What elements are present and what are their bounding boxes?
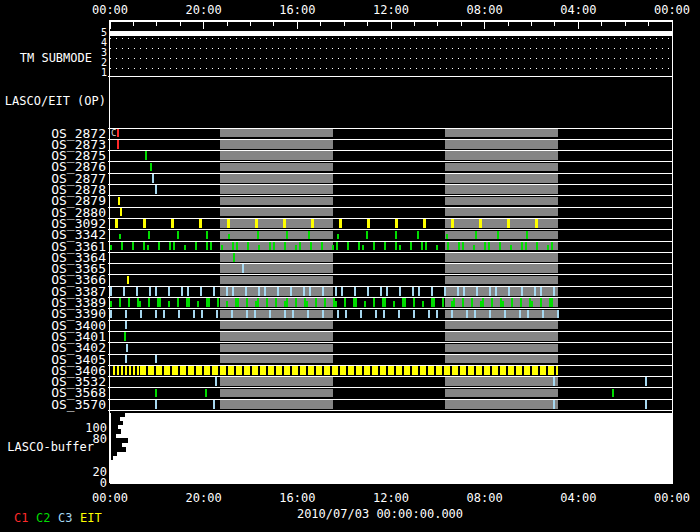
event-mark-c2: [228, 234, 230, 240]
shaded-band-segment: [220, 140, 333, 149]
event-mark-eit: [143, 219, 146, 228]
event-mark-c2: [417, 231, 419, 240]
time-tick: [273, 22, 274, 26]
event-mark-c3: [155, 310, 157, 319]
event-mark-c2: [442, 298, 444, 307]
event-mark-c3: [277, 287, 279, 296]
event-mark-c2: [159, 298, 161, 307]
event-mark-c3: [337, 310, 339, 319]
event-mark-c2: [462, 298, 464, 307]
event-mark-c2: [269, 242, 271, 251]
event-mark-c3: [383, 310, 385, 319]
tm-submode-level-label: 2: [0, 58, 107, 68]
event-mark-c3: [476, 287, 478, 296]
row-border-line: [108, 263, 673, 264]
event-mark-c3: [307, 310, 309, 319]
event-mark-c3: [367, 287, 369, 296]
event-mark-c2: [128, 298, 130, 307]
row-border-line: [108, 128, 673, 129]
time-tick: [508, 22, 509, 26]
shaded-band-segment: [445, 208, 558, 217]
shaded-band-segment: [220, 400, 333, 409]
event-mark-c2: [347, 242, 349, 251]
event-mark-c3: [322, 310, 324, 319]
row-border-line: [108, 320, 673, 321]
event-mark-c2: [273, 242, 275, 251]
event-mark-c2: [497, 231, 499, 240]
time-label-top: 20:00: [184, 3, 224, 17]
event-mark-c2: [511, 298, 513, 307]
event-mark-c2: [275, 298, 277, 307]
shaded-band-segment: [220, 344, 333, 353]
row-border-line: [108, 184, 673, 185]
event-mark-c2: [286, 231, 288, 240]
event-mark-c2: [373, 242, 375, 251]
event-mark-c2: [195, 242, 197, 251]
event-mark-c2: [526, 231, 528, 240]
shaded-band-segment: [220, 185, 333, 194]
event-mark-c3: [110, 310, 112, 319]
row-border-line: [108, 139, 673, 140]
shaded-band-segment: [445, 264, 558, 273]
event-mark-c3: [335, 287, 337, 296]
event-mark-c2: [525, 242, 527, 251]
event-mark-c2: [521, 242, 523, 251]
event-mark-c3: [155, 287, 157, 296]
event-mark-c2: [119, 234, 121, 240]
shaded-band-segment: [445, 197, 558, 206]
shaded-band-segment: [445, 129, 558, 138]
event-mark-c2: [425, 242, 427, 251]
event-mark-c3: [284, 310, 286, 319]
event-mark-c3: [527, 310, 529, 319]
time-label-bottom: 20:00: [184, 491, 224, 505]
event-mark-c2: [453, 298, 455, 307]
event-mark-c3: [309, 287, 311, 296]
event-mark-eit: [115, 219, 118, 228]
event-mark-c2: [148, 231, 150, 240]
time-label-top: 00:00: [652, 3, 692, 17]
row-border-line: [108, 173, 673, 174]
event-mark-c2: [475, 231, 477, 240]
event-mark-c3: [431, 287, 433, 296]
event-mark-c2: [206, 242, 208, 251]
shaded-band-segment: [220, 208, 333, 217]
tm-submode-level-label: 1: [0, 68, 107, 78]
event-mark-eit: [339, 219, 342, 228]
row-border-line: [108, 207, 673, 208]
event-mark-c2: [421, 242, 423, 251]
shaded-band-segment: [445, 253, 558, 262]
event-mark-c2: [177, 231, 179, 240]
time-tick: [648, 22, 649, 26]
event-mark-c3: [213, 400, 215, 409]
event-mark-c3: [125, 321, 127, 330]
event-mark-c2: [337, 234, 339, 240]
event-mark-eit: [479, 219, 482, 228]
event-mark-c3: [457, 287, 459, 296]
event-mark-c2: [462, 242, 464, 251]
row-border-line: [108, 376, 673, 377]
time-label-bottom: 16:00: [277, 491, 317, 505]
row-border-line: [108, 161, 673, 162]
event-mark-eit: [120, 208, 122, 217]
event-mark-c2: [395, 242, 397, 251]
event-mark-c2: [197, 301, 199, 307]
shaded-band-segment: [220, 197, 333, 206]
event-mark-c3: [451, 310, 453, 319]
event-mark-c2: [132, 242, 134, 251]
event-mark-c2: [299, 242, 301, 251]
legend-c1: C1: [14, 511, 28, 525]
event-mark-c2: [221, 245, 223, 251]
event-mark-eit: [199, 219, 202, 228]
shaded-band-segment: [220, 276, 333, 285]
event-mark-c3: [645, 400, 647, 409]
time-tick: [531, 22, 532, 26]
event-mark-c3: [155, 185, 157, 194]
event-mark-c3: [375, 310, 377, 319]
event-mark-c3: [168, 287, 170, 296]
event-mark-c2: [143, 242, 145, 251]
event-mark-c2: [324, 298, 326, 307]
shaded-band-segment: [220, 332, 333, 341]
event-mark-c3: [226, 287, 228, 296]
shaded-band-segment: [220, 219, 333, 228]
event-mark-c2: [217, 298, 219, 307]
